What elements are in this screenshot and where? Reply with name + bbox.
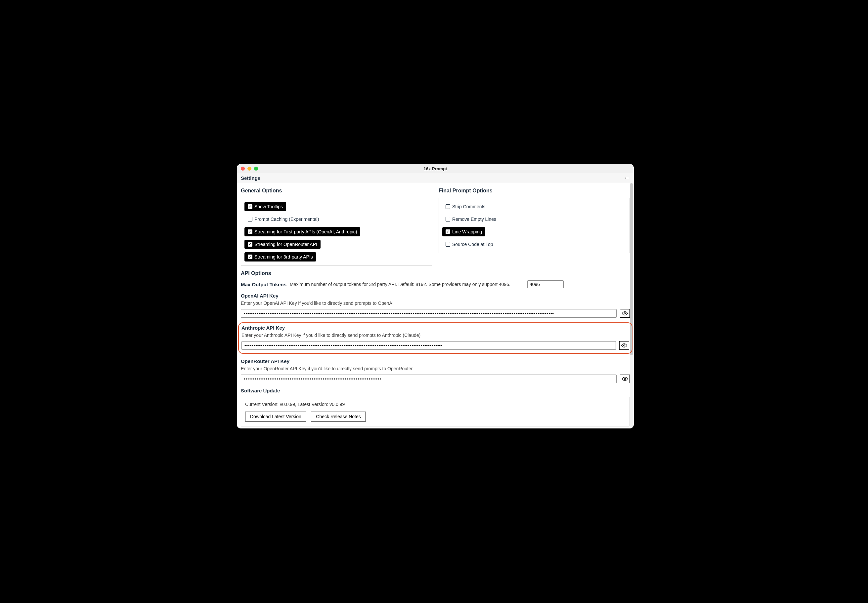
maximize-window-button[interactable] xyxy=(254,167,258,171)
software-update-box: Current Version: v0.0.99, Latest Version… xyxy=(241,397,630,427)
checkbox-label: Line Wrapping xyxy=(452,229,482,234)
openai-key-input[interactable] xyxy=(241,309,617,318)
checkbox-icon xyxy=(248,242,253,247)
api-options-heading: API Options xyxy=(241,271,630,277)
prompt-caching-checkbox[interactable]: Prompt Caching (Experimental) xyxy=(245,215,322,224)
checkbox-icon xyxy=(248,229,253,234)
final-prompt-heading: Final Prompt Options xyxy=(439,188,630,194)
close-window-button[interactable] xyxy=(241,167,245,171)
checkbox-label: Remove Empty Lines xyxy=(452,216,496,222)
checkbox-icon xyxy=(446,217,450,221)
remove-empty-lines-checkbox[interactable]: Remove Empty Lines xyxy=(442,215,499,224)
openai-key-label: OpenAI API Key xyxy=(241,293,630,298)
back-arrow-icon[interactable]: ← xyxy=(624,175,630,181)
software-update-heading: Software Update xyxy=(241,388,630,393)
show-tooltips-checkbox[interactable]: Show Tooltips xyxy=(245,202,286,211)
checkbox-label: Streaming for 3rd-party APIs xyxy=(254,254,313,260)
checkbox-label: Strip Comments xyxy=(452,204,485,209)
max-tokens-desc: Maximum number of output tokens for 3rd … xyxy=(290,282,510,287)
checkbox-icon xyxy=(446,242,450,247)
checkbox-label: Prompt Caching (Experimental) xyxy=(254,216,319,222)
openai-key-reveal-button[interactable] xyxy=(620,309,630,318)
version-status: Current Version: v0.0.99, Latest Version… xyxy=(245,402,626,407)
page-title: Settings xyxy=(241,175,260,181)
openai-key-hint: Enter your OpenAI API Key if you'd like … xyxy=(241,300,630,306)
checkbox-icon xyxy=(248,204,253,209)
checkbox-icon xyxy=(248,255,253,259)
openrouter-key-label: OpenRouter API Key xyxy=(241,358,630,364)
openrouter-key-reveal-button[interactable] xyxy=(620,374,630,383)
openrouter-key-input[interactable] xyxy=(241,374,617,383)
final-prompt-box: Strip Comments Remove Empty Lines Line W… xyxy=(439,198,630,253)
streaming-openrouter-checkbox[interactable]: Streaming for OpenRouter API xyxy=(245,240,321,249)
check-release-notes-button[interactable]: Check Release Notes xyxy=(311,411,366,422)
anthropic-key-section-highlight: Anthropic API Key Enter your Anthropic A… xyxy=(238,322,632,354)
svg-point-0 xyxy=(624,313,626,314)
max-tokens-label: Max Output Tokens xyxy=(241,282,287,287)
app-window: 16x Prompt Settings ← General Options Sh… xyxy=(237,164,634,428)
checkbox-icon xyxy=(248,217,253,221)
anthropic-key-reveal-button[interactable] xyxy=(619,341,629,350)
checkbox-label: Source Code at Top xyxy=(452,242,493,247)
streaming-firstparty-checkbox[interactable]: Streaming for First-party APIs (OpenAI, … xyxy=(245,227,360,237)
anthropic-key-label: Anthropic API Key xyxy=(242,325,629,331)
checkbox-label: Show Tooltips xyxy=(254,204,283,209)
streaming-3rdparty-checkbox[interactable]: Streaming for 3rd-party APIs xyxy=(245,252,316,261)
anthropic-key-input[interactable] xyxy=(242,341,616,350)
eye-icon xyxy=(621,342,627,348)
settings-content: General Options Show Tooltips Prompt Cac… xyxy=(237,183,634,428)
eye-icon xyxy=(622,376,628,382)
line-wrapping-checkbox[interactable]: Line Wrapping xyxy=(442,227,485,237)
svg-point-1 xyxy=(623,345,625,346)
strip-comments-checkbox[interactable]: Strip Comments xyxy=(442,202,488,211)
eye-icon xyxy=(622,311,628,316)
general-options-heading: General Options xyxy=(241,188,432,194)
openrouter-key-hint: Enter your OpenRouter API Key if you'd l… xyxy=(241,366,630,371)
download-latest-button[interactable]: Download Latest Version xyxy=(245,411,306,422)
max-tokens-input[interactable] xyxy=(527,280,564,288)
checkbox-icon xyxy=(446,204,450,209)
source-code-top-checkbox[interactable]: Source Code at Top xyxy=(442,240,496,249)
minimize-window-button[interactable] xyxy=(247,167,251,171)
titlebar: 16x Prompt xyxy=(237,164,634,173)
window-title: 16x Prompt xyxy=(424,166,447,171)
checkbox-icon xyxy=(446,229,450,234)
checkbox-label: Streaming for First-party APIs (OpenAI, … xyxy=(254,229,357,234)
general-options-box: Show Tooltips Prompt Caching (Experiment… xyxy=(241,198,432,266)
checkbox-label: Streaming for OpenRouter API xyxy=(254,242,317,247)
anthropic-key-hint: Enter your Anthropic API Key if you'd li… xyxy=(242,332,629,338)
svg-point-2 xyxy=(624,378,626,380)
window-controls xyxy=(241,167,258,171)
page-header: Settings ← xyxy=(237,173,634,183)
